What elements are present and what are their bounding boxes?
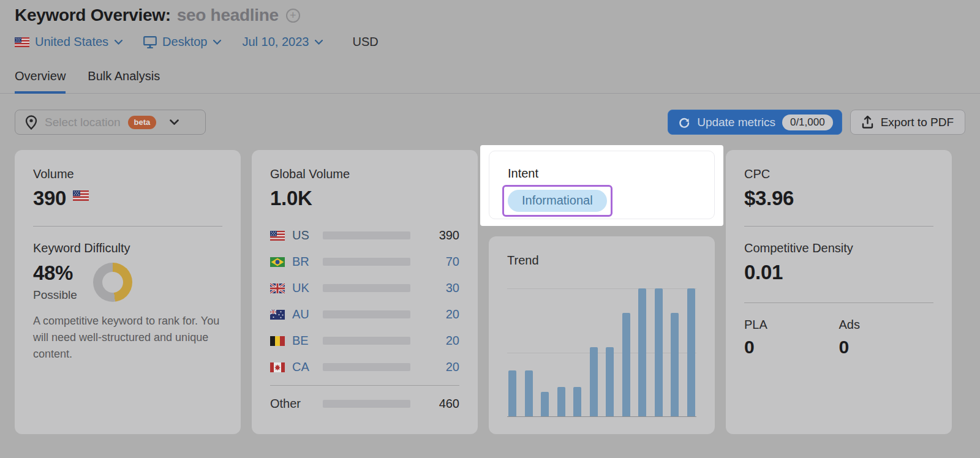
trend-bar xyxy=(655,288,663,416)
update-metrics-counter: 0/1,000 xyxy=(782,114,833,130)
country-filter[interactable]: United States xyxy=(15,35,123,49)
select-location-placeholder: Select location xyxy=(45,116,121,129)
refresh-icon xyxy=(678,116,690,129)
country-code-link[interactable]: BE xyxy=(292,334,315,348)
trend-bar xyxy=(687,288,695,416)
toolbar: Select location beta Update metrics 0/1,… xyxy=(15,110,965,135)
trend-label: Trend xyxy=(507,253,696,268)
trend-bar xyxy=(638,288,646,416)
pla-label: PLA xyxy=(744,318,839,332)
country-volume-value: 70 xyxy=(426,255,459,269)
country-volume-value: 20 xyxy=(426,307,459,321)
plus-circle-icon[interactable]: + xyxy=(286,9,300,23)
trend-card: Trend xyxy=(489,236,715,434)
ads-value: 0 xyxy=(839,337,934,358)
update-metrics-button[interactable]: Update metrics 0/1,000 xyxy=(668,110,842,135)
tab-overview[interactable]: Overview xyxy=(15,69,66,93)
pla-value: 0 xyxy=(744,337,839,358)
trend-bar xyxy=(541,392,549,416)
volume-bar xyxy=(323,337,410,345)
chevron-down-icon xyxy=(115,40,123,45)
desktop-icon xyxy=(143,36,157,48)
volume-bar xyxy=(323,284,410,292)
intent-label: Intent xyxy=(508,167,696,181)
trend-bar xyxy=(573,387,581,416)
trend-bar-chart xyxy=(507,288,696,417)
volume-card: Volume 390 Keyword Difficulty 48% Possib… xyxy=(15,150,241,434)
country-volume-value: 390 xyxy=(426,228,459,242)
trend-bar xyxy=(508,370,516,416)
trend-bar xyxy=(525,370,533,416)
metric-cards: Volume 390 Keyword Difficulty 48% Possib… xyxy=(15,150,965,434)
page-title: Keyword Overview: xyxy=(15,6,171,25)
us-flag-icon xyxy=(270,231,285,241)
chevron-down-icon xyxy=(315,40,323,45)
uk-flag-icon xyxy=(270,283,285,293)
global-volume-row: BE20 xyxy=(270,328,459,354)
export-to-pdf-button[interactable]: Export to PDF xyxy=(850,110,965,135)
global-volume-card: Global Volume 1.0K US390BR70UK30AU20BE20… xyxy=(252,150,478,434)
global-volume-row: UK30 xyxy=(270,275,459,301)
trend-bar xyxy=(606,347,614,416)
volume-bar xyxy=(323,400,410,408)
keyword-difficulty-level: Possible xyxy=(33,288,77,302)
x-axis-line xyxy=(507,416,696,417)
cpc-label: CPC xyxy=(744,167,933,181)
country-code-link[interactable]: UK xyxy=(292,281,315,295)
competitive-density-label: Competitive Density xyxy=(744,241,933,255)
ads-label: Ads xyxy=(839,318,934,332)
tab-bulk-analysis[interactable]: Bulk Analysis xyxy=(88,69,160,93)
global-volume-row: CA20 xyxy=(270,354,459,380)
beta-badge: beta xyxy=(128,116,157,129)
country-filter-label: United States xyxy=(35,35,108,49)
country-code-link[interactable]: BR xyxy=(292,255,315,269)
country-code-link[interactable]: CA xyxy=(292,360,315,374)
br-flag-icon xyxy=(270,257,285,267)
chevron-down-icon xyxy=(213,40,221,45)
divider xyxy=(744,226,933,227)
device-filter-label: Desktop xyxy=(162,35,207,49)
other-label: Other xyxy=(270,397,315,411)
location-pin-icon xyxy=(25,115,37,130)
divider xyxy=(33,226,222,227)
trend-bar xyxy=(557,387,565,416)
global-volume-row: AU20 xyxy=(270,301,459,328)
au-flag-icon xyxy=(270,310,285,320)
volume-bar xyxy=(323,231,410,239)
be-flag-icon xyxy=(270,336,285,346)
divider xyxy=(744,302,933,303)
keyword-difficulty-description: A competitive keyword to rank for. You w… xyxy=(33,313,222,362)
device-filter[interactable]: Desktop xyxy=(143,35,221,49)
country-volume-value: 30 xyxy=(426,281,459,295)
global-volume-label: Global Volume xyxy=(270,167,459,181)
date-filter[interactable]: Jul 10, 2023 xyxy=(242,35,323,49)
trend-bar xyxy=(671,313,679,416)
cpc-value: $3.96 xyxy=(744,187,933,210)
intent-annotation-box: Informational xyxy=(502,185,612,217)
keyword-difficulty-value: 48% xyxy=(33,261,77,285)
export-icon xyxy=(862,116,873,129)
volume-value: 390 xyxy=(33,187,66,210)
keyword-difficulty-label: Keyword Difficulty xyxy=(33,241,222,255)
page-keyword: seo headline xyxy=(177,6,279,25)
chevron-down-icon xyxy=(170,119,179,125)
global-volume-value: 1.0K xyxy=(270,187,459,210)
ca-flag-icon xyxy=(270,362,285,372)
country-volume-value: 20 xyxy=(426,360,459,374)
country-code-link[interactable]: AU xyxy=(292,307,315,321)
currency-label: USD xyxy=(352,35,378,49)
country-code-link[interactable]: US xyxy=(292,228,315,242)
volume-label: Volume xyxy=(33,167,222,181)
global-volume-row: US390 xyxy=(270,222,459,249)
tab-bar: Overview Bulk Analysis xyxy=(0,69,980,94)
keyword-overview-page: Keyword Overview: seo headline + United … xyxy=(0,0,980,434)
intent-badge[interactable]: Informational xyxy=(508,190,607,212)
filter-bar: United States Desktop Jul 10, 2023 USD xyxy=(15,35,965,49)
us-flag-icon xyxy=(73,190,89,201)
page-header: Keyword Overview: seo headline + xyxy=(0,0,980,25)
export-to-pdf-label: Export to PDF xyxy=(881,116,954,129)
volume-bar xyxy=(323,258,410,266)
select-location-dropdown[interactable]: Select location beta xyxy=(15,110,206,135)
date-filter-label: Jul 10, 2023 xyxy=(242,35,309,49)
trend-bar xyxy=(622,313,630,416)
